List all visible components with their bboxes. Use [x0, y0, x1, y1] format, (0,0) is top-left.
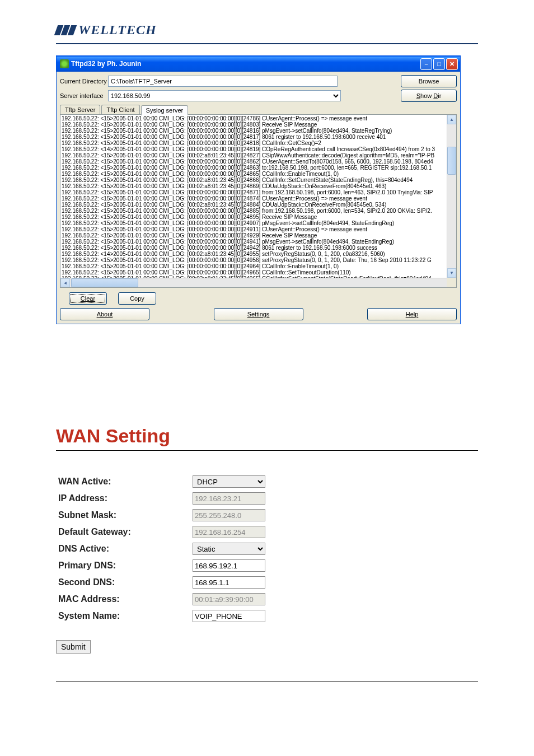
scroll-up-icon[interactable]: ▲	[447, 115, 456, 124]
default-gateway-label: Default Gateway:	[56, 524, 190, 540]
log-line[interactable]: 192.168.50.22: <15>2005-01-01 00:00 CMI_…	[62, 245, 455, 251]
mac-address-label: MAC Address:	[56, 591, 190, 608]
footer-rule	[56, 682, 478, 682]
dns-active-label: DNS Active:	[56, 540, 190, 557]
current-dir-input[interactable]	[108, 76, 338, 87]
system-name-label: System Name:	[56, 608, 190, 624]
log-line[interactable]: 192.168.50.22: <15>2005-01-01 00:00 CMI_…	[62, 115, 455, 122]
log-line[interactable]: 192.168.50.22: <15>2005-01-01 00:00 CMI_…	[62, 195, 455, 202]
browse-button[interactable]: Browse	[401, 75, 457, 87]
subnet-mask-label: Subnet Mask:	[56, 507, 190, 524]
log-line[interactable]: 192.168.50.22: <15>2005-01-01 00:00 CMI_…	[62, 208, 455, 214]
log-line[interactable]: 192.168.50.22: <15>2005-01-01 00:00 CMI_…	[62, 122, 455, 128]
default-gateway-input	[193, 526, 265, 538]
primary-dns-input[interactable]	[193, 559, 265, 572]
vertical-scrollbar[interactable]: ▲ ▼	[447, 115, 456, 278]
dns-active-select[interactable]: Static	[193, 543, 265, 555]
log-line[interactable]: 192.168.50.22: <14>2005-01-01 00:00 CMI_…	[62, 251, 455, 257]
log-line[interactable]: 192.168.50.22: <15>2005-01-01 00:00 CMI_…	[62, 140, 455, 146]
minimize-button[interactable]: –	[420, 58, 432, 70]
tab-tftp-server[interactable]: Tftp Server	[60, 105, 100, 115]
app-icon	[60, 59, 69, 68]
log-line[interactable]: 192.168.50.22: <15>2005-01-01 00:00 CMI_…	[62, 171, 455, 177]
header-divider	[56, 43, 478, 44]
window-title: Tftpd32 by Ph. Jounin	[71, 60, 420, 68]
log-line[interactable]: 192.168.50.22: <14>2005-01-01 00:00 CMI_…	[62, 146, 455, 152]
copy-button[interactable]: Copy	[118, 292, 156, 305]
scroll-left-icon[interactable]: ◄	[60, 278, 70, 287]
server-if-label: Server interface	[60, 92, 108, 99]
log-line[interactable]: 192.168.50.22: <15>2005-01-01 00:00 CMI_…	[62, 269, 455, 276]
ip-address-input	[193, 492, 265, 505]
log-line[interactable]: 192.168.50.22: <15>2005-01-01 00:00 CMI_…	[62, 257, 455, 263]
hscroll-thumb[interactable]	[71, 278, 138, 287]
log-line[interactable]: 192.168.50.22: <15>2005-01-01 00:00 CMI_…	[62, 263, 455, 269]
log-line[interactable]: 192.168.50.22: <15>2005-01-01 00:00 CMI_…	[62, 189, 455, 195]
log-line[interactable]: 192.168.50.22: <15>2005-01-01 00:00 CMI_…	[62, 232, 455, 239]
server-if-select[interactable]: 192.168.50.99	[108, 90, 341, 101]
close-button[interactable]: ✕	[446, 58, 458, 70]
log-line[interactable]: 192.168.50.22: <15>2005-01-01 00:00 CMI_…	[62, 183, 455, 189]
current-dir-label: Current Directory	[60, 78, 108, 85]
log-line[interactable]: 192.168.50.22: <15>2005-01-01 00:00 CMI_…	[62, 226, 455, 232]
log-line[interactable]: 192.168.50.22: <15>2005-01-01 00:00 CMI_…	[62, 158, 455, 165]
settings-button[interactable]: Settings	[214, 308, 303, 320]
tftpd32-window: Tftpd32 by Ph. Jounin – □ ✕ Current Dire…	[56, 55, 461, 324]
wan-active-label: WAN Active:	[56, 473, 190, 490]
system-name-input[interactable]	[193, 610, 265, 622]
second-dns-label: Second DNS:	[56, 574, 190, 591]
syslog-log-box[interactable]: 192.168.50.22: <15>2005-01-01 00:00 CMI_…	[60, 114, 457, 288]
showdir-button[interactable]: Show Dir	[401, 90, 457, 102]
log-line[interactable]: 192.168.50.22: <15>2005-01-01 00:00 CMI_…	[62, 152, 455, 158]
second-dns-input[interactable]	[193, 576, 265, 589]
log-line[interactable]: 192.168.50.22: <15>2005-01-01 00:00 CMI_…	[62, 214, 455, 220]
log-line[interactable]: 192.168.50.22: <15>2005-01-01 00:00 CMI_…	[62, 202, 455, 208]
tab-tftp-client[interactable]: Tftp Client	[101, 105, 139, 115]
log-line[interactable]: 192.168.50.22: <15>2005-01-01 00:00 CMI_…	[62, 128, 455, 134]
welltech-logo: WELLTECH	[56, 22, 478, 38]
log-line[interactable]: 192.168.50.22: <15>2005-01-01 00:00 CMI_…	[62, 177, 455, 183]
titlebar[interactable]: Tftpd32 by Ph. Jounin – □ ✕	[57, 56, 460, 72]
scroll-down-icon[interactable]: ▼	[447, 268, 456, 278]
maximize-button[interactable]: □	[433, 58, 445, 70]
clear-button[interactable]: Clear	[69, 292, 107, 305]
primary-dns-label: Primary DNS:	[56, 557, 190, 574]
wan-settings-table: WAN Active: DHCP IP Address: Subnet Mask…	[56, 473, 268, 624]
mac-address-input	[193, 593, 265, 605]
log-line[interactable]: 192.168.50.22: <15>2005-01-01 00:00 CMI_…	[62, 134, 455, 140]
submit-button[interactable]: Submit	[56, 640, 91, 654]
tab-bar: Tftp Server Tftp Client Syslog server	[60, 104, 457, 114]
log-line[interactable]: 192.168.50.22: <15>2005-01-01 00:00 CMI_…	[62, 220, 455, 226]
about-button[interactable]: About	[60, 308, 149, 320]
horizontal-scrollbar[interactable]: ◄ ►	[60, 278, 456, 287]
tab-syslog-server[interactable]: Syslog server	[141, 105, 189, 115]
wan-heading: WAN Setting	[56, 425, 478, 447]
help-button[interactable]: Help	[367, 308, 457, 320]
wan-rule	[56, 450, 478, 451]
ip-address-label: IP Address:	[56, 490, 190, 507]
scroll-thumb[interactable]	[447, 147, 456, 175]
subnet-mask-input	[193, 509, 265, 521]
wan-active-select[interactable]: DHCP	[193, 475, 265, 488]
log-line[interactable]: 192.168.50.22: <15>2005-01-01 00:00 CMI_…	[62, 239, 455, 245]
log-line[interactable]: 192.168.50.22: <15>2005-01-01 00:00 CMI_…	[62, 165, 455, 171]
